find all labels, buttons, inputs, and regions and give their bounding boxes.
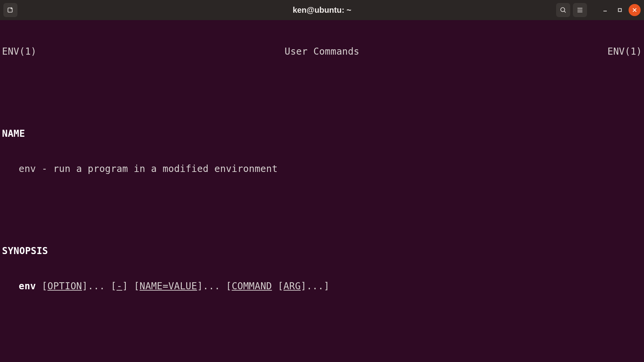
svg-line-4 xyxy=(564,11,566,12)
window-title: ken@ubuntu: ~ xyxy=(0,5,644,15)
hamburger-icon xyxy=(576,6,584,14)
window-close-button[interactable] xyxy=(629,4,641,16)
svg-rect-9 xyxy=(619,9,622,12)
manpage-header: ENV(1) User Commands ENV(1) xyxy=(2,46,642,57)
new-tab-button[interactable] xyxy=(3,3,17,17)
close-icon xyxy=(632,7,637,13)
window-maximize-button[interactable] xyxy=(614,4,626,16)
search-icon xyxy=(559,6,567,14)
window-minimize-button[interactable] xyxy=(599,4,611,16)
section-heading-synopsis: SYNOPSIS xyxy=(2,245,642,257)
svg-point-3 xyxy=(561,8,565,12)
synopsis-line: env [OPTION]... [-] [NAME=VALUE]... [COM… xyxy=(2,280,642,292)
maximize-icon xyxy=(617,7,623,13)
section-heading-name: NAME xyxy=(2,128,642,139)
menu-button[interactable] xyxy=(573,3,587,17)
name-line: env - run a program in a modified enviro… xyxy=(2,163,642,175)
search-button[interactable] xyxy=(556,3,570,17)
new-tab-icon xyxy=(7,6,14,14)
window-titlebar: ken@ubuntu: ~ xyxy=(0,0,644,20)
manpage-header-left: ENV(1) xyxy=(2,46,37,57)
terminal-viewport[interactable]: ENV(1) User Commands ENV(1) NAME env - r… xyxy=(0,20,644,362)
manpage-header-right: ENV(1) xyxy=(607,46,642,57)
manpage-header-center: User Commands xyxy=(37,46,607,57)
minimize-icon xyxy=(602,7,608,13)
